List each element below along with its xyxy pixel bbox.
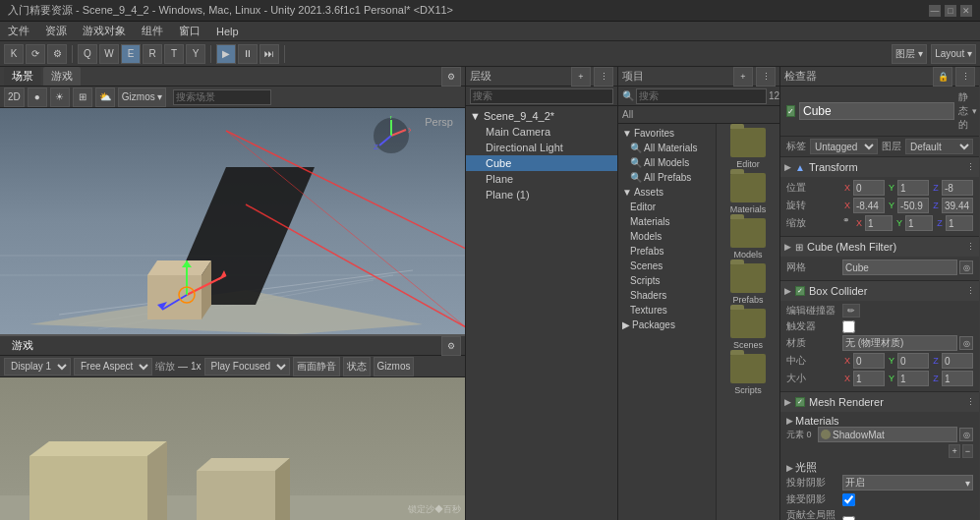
hierarchy-plane2[interactable]: Plane (1) <box>466 187 617 202</box>
editor-tree-item[interactable]: Editor <box>618 200 716 214</box>
size-z[interactable]: Z 1 <box>931 371 973 386</box>
cx-input[interactable]: 0 <box>853 353 885 369</box>
sx2-input[interactable]: 1 <box>853 371 885 386</box>
tag-select[interactable]: Untagged <box>810 139 878 154</box>
hierarchy-light[interactable]: Directional Light <box>466 140 617 155</box>
cy-input[interactable]: 0 <box>897 353 929 369</box>
scene-settings-btn[interactable]: ⚙ <box>441 67 461 87</box>
mesh-renderer-checkbox[interactable]: ✓ <box>795 397 805 407</box>
all-tab[interactable]: All <box>622 109 633 120</box>
inspector-header-icons[interactable]: 🔒 ⋮ <box>933 67 975 87</box>
menu-window[interactable]: 窗口 <box>175 24 204 38</box>
scene-search-input[interactable] <box>173 89 271 105</box>
mute-btn[interactable]: 画面静音 <box>293 357 340 376</box>
scale-link-icon[interactable]: ⚭ <box>842 215 850 231</box>
editor-folder[interactable]: Editor <box>721 128 776 169</box>
rot-y-field[interactable]: Y -50.9 <box>887 198 929 213</box>
scene-2d-btn[interactable]: 2D <box>4 87 25 107</box>
contribute-gi-checkbox[interactable] <box>842 516 855 521</box>
transform-t-btn[interactable]: T <box>164 44 184 64</box>
pos-z-field[interactable]: Z -8 <box>931 180 973 196</box>
hierarchy-search-input[interactable] <box>470 88 613 104</box>
materials-toggle-row[interactable]: ▶ Materials <box>786 415 973 427</box>
rot-z-field[interactable]: Z 39.44 <box>931 198 973 213</box>
project-search-input[interactable] <box>636 88 767 104</box>
project-header-icons[interactable]: + ⋮ <box>733 67 776 87</box>
transform-r-btn[interactable]: R <box>143 44 162 64</box>
materials-tree-item[interactable]: Materials <box>618 214 716 229</box>
size-x[interactable]: X 1 <box>842 371 885 386</box>
hierarchy-plane[interactable]: Plane <box>466 171 617 187</box>
transform-e-btn[interactable]: E <box>121 44 141 64</box>
edit-collider-btn[interactable]: ✏ <box>842 304 860 318</box>
scene-3d-view[interactable]: Persp X Y Z <box>0 108 465 334</box>
cz-input[interactable]: 0 <box>942 353 973 369</box>
game-panel-tab[interactable]: 游戏 <box>4 336 41 355</box>
display-select[interactable]: Display 1 <box>4 358 71 376</box>
aspect-select[interactable]: Free Aspect <box>74 358 152 376</box>
maximize-button[interactable]: □ <box>945 5 956 17</box>
pos-x-field[interactable]: X 0 <box>842 180 885 196</box>
sz2-input[interactable]: 1 <box>942 371 973 386</box>
layout-btn[interactable]: Layout ▾ <box>931 44 976 64</box>
static-arrow-icon[interactable]: ▾ <box>972 106 977 116</box>
scripts-folder[interactable]: Scripts <box>721 354 776 395</box>
material-0-field[interactable]: ShadowMat <box>818 427 957 442</box>
lighting-toggle-row[interactable]: ▶ 光照 <box>786 460 973 475</box>
hierarchy-header-icons[interactable]: + ⋮ <box>571 67 613 87</box>
inspector-scroll[interactable]: ▶ ▲ Transform ⋮ 位置 X 0 <box>780 157 979 520</box>
scene-tab[interactable]: 场景 <box>4 67 41 86</box>
transform-w-btn[interactable]: W <box>99 44 119 64</box>
scene-skybox-btn[interactable]: ⛅ <box>95 87 115 107</box>
object-name-input[interactable] <box>799 102 954 120</box>
rot-y-input[interactable]: -50.9 <box>897 198 929 213</box>
trigger-checkbox[interactable] <box>842 320 855 333</box>
game-settings-btn[interactable]: ⚙ <box>441 336 461 356</box>
material-0-picker[interactable]: ◎ <box>959 428 973 441</box>
center-x[interactable]: X 0 <box>842 353 885 369</box>
all-materials-item[interactable]: 🔍 All Materials <box>618 141 716 155</box>
step-btn[interactable]: ⏭ <box>259 44 279 64</box>
hierarchy-scene[interactable]: ▼ Scene_9_4_2* <box>466 108 617 124</box>
menu-help[interactable]: Help <box>212 26 243 37</box>
pos-x-input[interactable]: 0 <box>853 180 885 196</box>
object-active-checkbox[interactable]: ✓ <box>786 105 795 117</box>
collider-material-picker[interactable]: ◎ <box>959 336 973 350</box>
minimize-button[interactable]: — <box>929 5 941 17</box>
pos-y-input[interactable]: 1 <box>897 180 929 196</box>
box-collider-more-icon[interactable]: ⋮ <box>966 286 975 296</box>
play-mode-select[interactable]: Play Focused <box>204 358 290 376</box>
packages-item[interactable]: ▶ Packages <box>618 318 716 332</box>
mesh-renderer-more-icon[interactable]: ⋮ <box>966 397 975 407</box>
menu-gameobject[interactable]: 游戏对象 <box>79 24 130 38</box>
title-bar-controls[interactable]: — □ ✕ <box>929 5 972 17</box>
scene-fx-btn[interactable]: ⊞ <box>73 87 92 107</box>
transform-y-btn[interactable]: Y <box>186 44 205 64</box>
hierarchy-menu-btn[interactable]: ⋮ <box>594 67 613 87</box>
mesh-renderer-header[interactable]: ▶ ✓ Mesh Renderer ⋮ <box>780 392 979 412</box>
pause-btn[interactable]: ⏸ <box>238 44 258 64</box>
scripts-tree-item[interactable]: Scripts <box>618 273 716 288</box>
project-add-btn[interactable]: + <box>733 67 753 87</box>
toolbar-settings-btn[interactable]: ⚙ <box>47 44 67 64</box>
collider-material-field[interactable]: 无 (物理材质) <box>842 335 957 351</box>
models-tree-item[interactable]: Models <box>618 229 716 244</box>
box-collider-header[interactable]: ▶ ✓ Box Collider ⋮ <box>780 281 979 301</box>
models-folder[interactable]: Models <box>721 218 776 260</box>
project-menu-btn[interactable]: ⋮ <box>756 67 776 87</box>
toolbar-refresh-btn[interactable]: ⟳ <box>26 44 45 64</box>
play-btn[interactable]: ▶ <box>216 44 236 64</box>
center-z[interactable]: Z 0 <box>931 353 973 369</box>
add-material-btn[interactable]: + <box>949 444 959 458</box>
scenes-tree-item[interactable]: Scenes <box>618 259 716 273</box>
menu-file[interactable]: 文件 <box>4 24 33 38</box>
remove-material-btn[interactable]: − <box>962 444 973 458</box>
materials-folder[interactable]: Materials <box>721 173 776 214</box>
transform-q-btn[interactable]: Q <box>78 44 97 64</box>
transform-header[interactable]: ▶ ▲ Transform ⋮ <box>780 157 979 177</box>
sy2-input[interactable]: 1 <box>897 371 929 386</box>
sc-z-input[interactable]: 1 <box>946 215 973 231</box>
receive-shadows-checkbox[interactable] <box>842 493 855 506</box>
scene-gizmos-btn[interactable]: Gizmos ▾ <box>118 87 167 107</box>
transform-more-icon[interactable]: ⋮ <box>966 162 975 172</box>
